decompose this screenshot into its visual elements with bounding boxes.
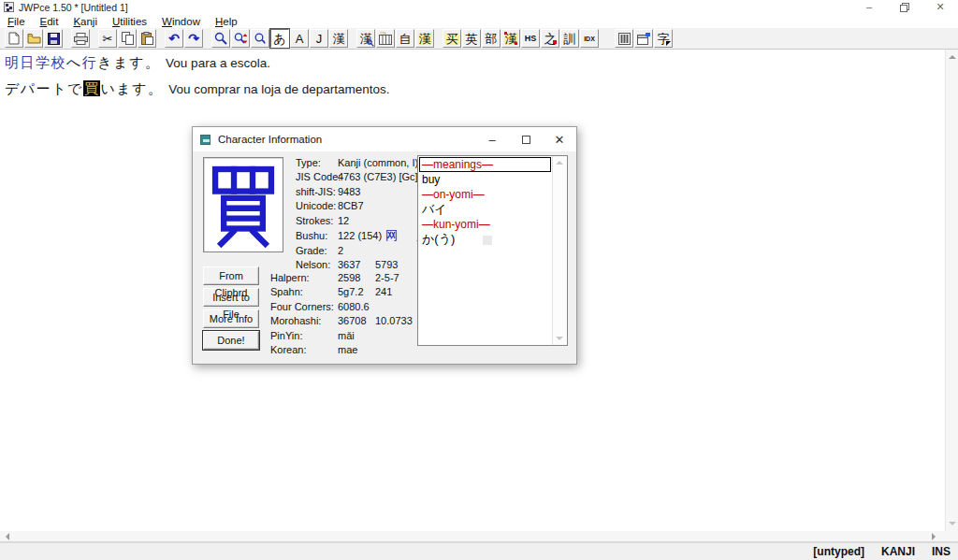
index-lookup-button[interactable]: IDX xyxy=(580,29,599,48)
latin-text: Vou para a escola. xyxy=(166,56,270,70)
halpern-skip-button[interactable]: HS xyxy=(521,29,540,48)
jwpce-window: JWPce 1.50 * [Untitled 1] – ✕ File Edit … xyxy=(0,0,958,560)
list-item-meaning[interactable]: buy xyxy=(419,172,551,187)
scroll-left-arrow[interactable] xyxy=(6,533,9,540)
open-button[interactable] xyxy=(24,29,43,48)
multi-radical-button[interactable]: 漢 xyxy=(501,29,520,48)
color-kanji-button[interactable]: 漢 xyxy=(415,29,434,48)
from-clipboard-button[interactable]: From Clipbrd xyxy=(203,266,259,285)
jp-text: デパートで xyxy=(5,80,83,96)
list-item-onyomi[interactable]: バイ xyxy=(419,202,551,217)
search-next-button[interactable] xyxy=(231,29,250,48)
dialog-icon xyxy=(200,135,210,145)
restore-button[interactable] xyxy=(887,0,922,14)
reading-lookup-icon: 訓 xyxy=(564,33,576,45)
list-item-meanings-header[interactable]: —meanings— xyxy=(419,157,551,172)
scroll-right-arrow[interactable] xyxy=(932,533,936,540)
jascii-mode-icon: J xyxy=(316,33,323,45)
list-item-onyomi-header[interactable]: —on-yomi— xyxy=(419,187,551,202)
menu-file[interactable]: File xyxy=(0,14,33,28)
list-item-kunyomi[interactable]: か(う) xyxy=(419,232,551,247)
jascii-mode-button[interactable]: J xyxy=(310,29,328,48)
radical-chart-icon: TTS xyxy=(379,32,392,45)
scroll-up-arrow[interactable] xyxy=(949,55,956,59)
skip-code-icon: 之 xyxy=(544,33,557,45)
open-folder-icon xyxy=(27,33,41,44)
status-input-mode: KANJI xyxy=(881,545,915,558)
new-button[interactable] xyxy=(5,29,23,48)
listbox-scroll-down-arrow[interactable] xyxy=(556,337,563,340)
done-button[interactable]: Done! xyxy=(203,331,259,350)
dialog-close-button[interactable]: ✕ xyxy=(543,127,576,151)
kanji-count-button[interactable] xyxy=(615,29,633,48)
radical-chart-button[interactable]: TTS xyxy=(376,29,395,48)
kanji-mode-button[interactable]: 漢 xyxy=(329,29,348,48)
dialog-buttons: From Clipbrd Insert to File More Info Do… xyxy=(203,266,259,352)
horizontal-scrollbar[interactable] xyxy=(0,531,958,542)
highlighted-kanji[interactable]: 買 xyxy=(83,80,101,96)
menu-kanji[interactable]: Kanji xyxy=(65,14,105,28)
ascii-mode-icon: A xyxy=(296,33,304,45)
maximize-icon xyxy=(522,136,530,144)
kanji-glyph xyxy=(207,162,280,250)
reading-lookup-button[interactable]: 訓 xyxy=(560,29,579,48)
redo-button[interactable]: ↷ xyxy=(184,29,203,48)
dialog-maximize-button[interactable] xyxy=(509,127,543,151)
menu-edit[interactable]: Edit xyxy=(33,14,66,28)
minimize-button[interactable]: – xyxy=(851,0,887,14)
close-button[interactable]: ✕ xyxy=(922,0,958,14)
ascii-mode-button[interactable]: A xyxy=(290,29,309,48)
undo-button[interactable]: ↶ xyxy=(165,29,183,48)
readings-meanings-listbox[interactable]: —meanings— buy —on-yomi— バイ —kun-yomi— か… xyxy=(417,155,568,346)
insert-to-file-button[interactable]: Insert to File xyxy=(203,288,259,307)
skip-code-button[interactable]: 之 xyxy=(541,29,559,48)
titlebar: JWPce 1.50 * [Untitled 1] – ✕ xyxy=(0,0,958,14)
vertical-scrollbar[interactable] xyxy=(945,50,958,531)
undo-arrow-icon: ↶ xyxy=(168,32,180,45)
listbox-scrollbar[interactable] xyxy=(552,156,567,345)
copy-button[interactable] xyxy=(118,29,137,48)
dialog-title: Character Information xyxy=(218,134,322,145)
listbox-scroll-up-arrow[interactable] xyxy=(556,161,563,165)
jis-table-button[interactable]: 自 xyxy=(396,29,414,48)
dialog-titlebar[interactable]: Character Information – ✕ xyxy=(193,127,576,151)
paste-button[interactable] xyxy=(138,29,156,48)
char-info-button[interactable]: 字 xyxy=(654,29,673,48)
multi-radical-icon: 漢 xyxy=(504,33,518,45)
cut-button[interactable]: ✂ xyxy=(98,29,117,48)
search-button[interactable] xyxy=(211,29,230,48)
copy-icon xyxy=(122,32,134,45)
search-prev-icon xyxy=(254,32,267,45)
window-title: JWPce 1.50 * [Untitled 1] xyxy=(19,2,128,13)
jis-table-icon: 自 xyxy=(399,33,412,45)
status-insert-mode: INS xyxy=(932,545,951,558)
english-lookup-button[interactable]: 英 xyxy=(462,29,481,48)
menu-help[interactable]: Help xyxy=(208,14,245,28)
hiragana-mode-icon: あ xyxy=(273,33,285,45)
save-button[interactable] xyxy=(44,29,63,48)
radical-lookup-button[interactable]: 部 xyxy=(482,29,501,48)
english-lookup-icon: 英 xyxy=(466,33,478,45)
menubar: File Edit Kanji Utilities Window Help xyxy=(0,14,958,28)
cursor-arrow-icon xyxy=(666,41,671,46)
list-item-kunyomi-header[interactable]: —kun-yomi— xyxy=(419,217,551,232)
jp-text: へ xyxy=(66,54,82,70)
paste-clipboard-icon xyxy=(141,32,153,45)
last-kanji-button[interactable]: 买 xyxy=(443,29,461,48)
redo-arrow-icon: ↷ xyxy=(188,32,199,45)
jp-text: 行 xyxy=(82,54,98,70)
dialog-minimize-button[interactable]: – xyxy=(475,127,509,151)
more-info-button[interactable]: More Info xyxy=(203,309,259,328)
menu-utilities[interactable]: Utilities xyxy=(105,14,154,28)
document-line-1: 明日学校へ行きます。 Vou para a escola. xyxy=(5,54,270,72)
scroll-down-arrow[interactable] xyxy=(949,522,956,525)
undisplayable-char-box xyxy=(483,236,492,245)
menu-window[interactable]: Window xyxy=(154,14,208,28)
save-floppy-icon xyxy=(48,33,60,45)
search-prev-button[interactable] xyxy=(251,29,269,48)
print-button[interactable] xyxy=(71,29,90,48)
last-kanji-icon: 买 xyxy=(445,33,459,45)
options-button[interactable] xyxy=(634,29,653,48)
kanji-lookup-button[interactable]: 漢 xyxy=(356,29,375,48)
hiragana-mode-button[interactable]: あ xyxy=(270,29,289,48)
